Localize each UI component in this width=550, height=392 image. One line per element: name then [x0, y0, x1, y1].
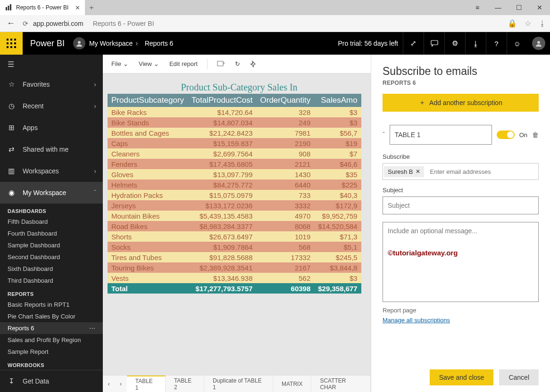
- view-menu[interactable]: View ⌄: [135, 58, 163, 69]
- dashboard-link[interactable]: Fifth Dasboard: [0, 216, 103, 228]
- collapse-icon[interactable]: ˆ: [383, 131, 385, 139]
- table-row: Bike Racks$14,720.64328$3: [108, 107, 361, 117]
- stack-icon: ▥: [7, 167, 16, 175]
- page-tab[interactable]: SCATTER CHAR: [311, 376, 371, 392]
- cancel-button[interactable]: Cancel: [499, 369, 539, 385]
- workspace-avatar-icon[interactable]: [73, 37, 85, 49]
- tab-close-icon[interactable]: ✕: [75, 4, 80, 11]
- column-header: ProductSubcategory: [108, 94, 188, 107]
- table-row: Shorts$26,673.64971019$71,3: [108, 231, 361, 242]
- new-tab-button[interactable]: ＋: [85, 3, 98, 13]
- table-row: Vests$13,346.938562$3: [108, 273, 361, 283]
- refresh-button[interactable]: ⟳: [23, 20, 28, 27]
- dashboard-link[interactable]: Third Dashboard: [0, 275, 103, 286]
- breadcrumb-report[interactable]: Reports 6: [145, 40, 174, 47]
- app-launcher-icon[interactable]: [0, 32, 23, 55]
- breadcrumb-separator-icon: ›: [135, 39, 138, 48]
- recipients-input[interactable]: Suresh B✕: [383, 163, 539, 180]
- url-host[interactable]: app.powerbi.com: [33, 20, 83, 27]
- close-window-button[interactable]: ✕: [529, 0, 550, 15]
- page-tab[interactable]: MATRIX: [273, 376, 311, 392]
- email-input[interactable]: [427, 168, 537, 175]
- explore-icon[interactable]: [213, 58, 228, 70]
- window-controls: ≡ — ☐ ✕: [467, 0, 550, 15]
- visual-title: Product Sub-Category Sales In: [108, 82, 371, 93]
- tab-prev-icon[interactable]: ‹: [103, 381, 115, 387]
- svg-rect-4: [431, 41, 438, 45]
- dashboard-link[interactable]: Second Dashboard: [0, 251, 103, 263]
- minimize-button[interactable]: —: [488, 0, 508, 15]
- pin-icon[interactable]: [247, 59, 261, 69]
- download-top-icon[interactable]: ⭳: [465, 32, 486, 55]
- page-tab[interactable]: Duplicate of TABLE 1: [204, 376, 273, 392]
- browser-menu-icon[interactable]: ≡: [467, 0, 488, 15]
- reports-heading: REPORTS: [0, 286, 103, 299]
- edit-report-button[interactable]: Edit report: [166, 58, 201, 69]
- back-button[interactable]: ←: [4, 18, 18, 28]
- chevron-down-icon: ⌄: [123, 60, 128, 67]
- svg-rect-0: [6, 7, 7, 10]
- column-header: SalesAmo: [314, 94, 361, 107]
- enabled-toggle[interactable]: [497, 131, 515, 139]
- message-input[interactable]: Include an optional message... ©tutorial…: [383, 222, 539, 302]
- sidebar-item-apps[interactable]: ⊞Apps: [0, 117, 103, 139]
- more-icon[interactable]: ⋯: [89, 325, 95, 332]
- subject-input[interactable]: Subject: [383, 196, 539, 214]
- table-row: Gloves$13,097.7991430$35: [108, 169, 361, 180]
- browser-tab-strip: Reports 6 - Power BI ✕ ＋ ≡ — ☐ ✕: [0, 0, 550, 15]
- sidebar-item-favorites[interactable]: ☆Favorites›: [0, 74, 103, 95]
- address-bar: ← ⟳ app.powerbi.com Reports 6 - Power BI…: [0, 15, 550, 32]
- feedback-icon[interactable]: ☺: [507, 32, 527, 55]
- report-link[interactable]: Reports 6⋯: [0, 322, 103, 334]
- get-data-button[interactable]: ↧ Get Data: [0, 370, 103, 392]
- add-subscription-button[interactable]: ＋ Add another subscription: [383, 94, 539, 112]
- page-tab[interactable]: TABLE 2: [166, 376, 204, 392]
- table-row: Bike Stands$14,807.034249$3: [108, 117, 361, 128]
- report-link[interactable]: Sample Report: [0, 346, 103, 358]
- manage-subscriptions-link[interactable]: Manage all subscriptions: [383, 317, 539, 324]
- recipient-chip[interactable]: Suresh B✕: [384, 166, 424, 177]
- column-header: TotalProductCost: [188, 94, 256, 107]
- report-area: File ⌄ View ⌄ Edit report ↻ Product Sub-…: [103, 55, 371, 392]
- download-icon[interactable]: ⭳: [539, 19, 546, 28]
- table-row: Mountain Bikes$5,439,135.45834970$9,952,…: [108, 211, 361, 221]
- hamburger-icon[interactable]: ☰: [0, 55, 103, 74]
- tab-next-icon[interactable]: ›: [115, 381, 126, 387]
- page-tabstrip: ‹ › TABLE 1TABLE 2Duplicate of TABLE 1MA…: [103, 375, 371, 392]
- report-link[interactable]: Basic Reports in RPT1: [0, 299, 103, 310]
- delete-icon[interactable]: 🗑: [532, 131, 539, 139]
- tab-favicon-icon: [5, 4, 12, 11]
- sidebar-item-recent[interactable]: ◷Recent›: [0, 95, 103, 117]
- user-avatar[interactable]: [527, 32, 550, 55]
- settings-icon[interactable]: ⚙: [444, 32, 465, 55]
- svg-rect-6: [217, 61, 223, 66]
- file-menu[interactable]: File ⌄: [108, 58, 132, 69]
- breadcrumb-workspace[interactable]: My Workspace: [89, 40, 133, 47]
- fullscreen-icon[interactable]: ⤢: [403, 32, 424, 55]
- subscription-name-input[interactable]: TABLE 1: [390, 125, 492, 145]
- table-row: Helmets$84,275.7726440$225: [108, 180, 361, 190]
- sidebar-item-shared-with-me[interactable]: ⇄Shared with me: [0, 139, 103, 160]
- table-row: Tires and Tubes$91,828.568817332$245,5: [108, 252, 361, 262]
- dashboard-link[interactable]: Sixth Dashboard: [0, 263, 103, 275]
- sidebar-item-workspaces[interactable]: ▥Workspaces›: [0, 160, 103, 182]
- report-link[interactable]: Sales and Profit By Region: [0, 334, 103, 346]
- refresh-icon[interactable]: ↻: [231, 58, 244, 69]
- chip-remove-icon[interactable]: ✕: [416, 168, 420, 175]
- svg-rect-1: [8, 6, 9, 10]
- panel-title: Subscribe to emails: [383, 65, 539, 78]
- browser-tab[interactable]: Reports 6 - Power BI ✕: [0, 0, 85, 15]
- table-row: Caps$15,159.8372190$19: [108, 138, 361, 148]
- dashboard-link[interactable]: Sample Dashboard: [0, 239, 103, 251]
- bookmark-icon[interactable]: ☆: [525, 19, 531, 28]
- save-button[interactable]: Save and close: [430, 369, 494, 385]
- dashboard-link[interactable]: Fourth Dashboard: [0, 228, 103, 239]
- lock-icon: 🔒: [508, 19, 517, 28]
- maximize-button[interactable]: ☐: [508, 0, 529, 15]
- page-tab[interactable]: TABLE 1: [127, 376, 166, 392]
- sidebar-item-my-workspace[interactable]: ◉My Workspaceˆ: [0, 182, 103, 204]
- report-link[interactable]: Pie Chart Sales By Color: [0, 310, 103, 322]
- help-icon[interactable]: ?: [486, 32, 507, 55]
- plus-icon: ＋: [419, 98, 425, 107]
- comments-icon[interactable]: [424, 32, 444, 55]
